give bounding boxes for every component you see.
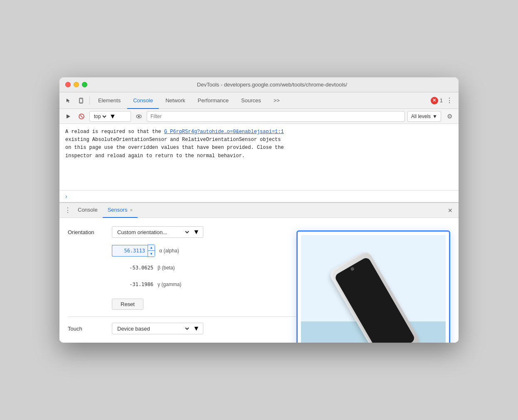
beta-value: -53.0625 [112, 262, 153, 274]
gamma-label: γ (gamma) [158, 282, 181, 287]
touch-label: Touch [68, 326, 105, 332]
titlebar: DevTools - developers.google.com/web/too… [59, 77, 459, 92]
touch-dropdown-wrapper[interactable]: Device based ▼ [112, 323, 203, 334]
bottom-tab-sensors[interactable]: Sensors × [103, 203, 138, 218]
console-toolbar: top ▼ All levels ▼ ⚙ [59, 109, 459, 124]
mobile-icon[interactable] [75, 95, 87, 106]
tab-performance[interactable]: Performance [192, 92, 234, 109]
traffic-lights [65, 82, 87, 87]
filter-input[interactable] [147, 111, 405, 122]
svg-marker-3 [67, 114, 70, 119]
toolbar-divider-1 [89, 96, 90, 105]
svg-line-5 [80, 115, 83, 118]
bottom-panel: ⋮ Console Sensors × ✕ Orientation Custom… [59, 202, 459, 343]
orientation-visualizer [296, 230, 450, 343]
close-panel-button[interactable]: ✕ [445, 205, 455, 215]
touch-select[interactable]: Device based [116, 325, 190, 332]
console-message-line2: existing AbsoluteOrientationSensor and R… [65, 137, 281, 143]
alpha-input-group[interactable]: ▲ ▼ [112, 245, 155, 257]
orientation-label: Orientation [68, 229, 105, 235]
svg-point-7 [138, 116, 140, 117]
alpha-input[interactable] [112, 245, 148, 257]
console-message-line3: on this page use the overridden values t… [65, 145, 284, 151]
phone-viz-background [301, 235, 446, 343]
context-select[interactable]: top [92, 113, 108, 120]
bottom-panel-menu-icon[interactable]: ⋮ [63, 205, 73, 215]
tab-elements[interactable]: Elements [92, 92, 126, 109]
orientation-dropdown-wrapper[interactable]: Custom orientation... ▼ [112, 226, 203, 238]
context-selector[interactable]: top ▼ [89, 111, 131, 122]
run-button[interactable] [63, 111, 74, 122]
close-button[interactable] [65, 82, 71, 87]
eye-button[interactable] [133, 111, 144, 122]
window-title: DevTools - developers.google.com/web/too… [91, 82, 453, 88]
error-badge: ✕ 1 [431, 97, 443, 104]
tab-more[interactable]: >> [268, 92, 286, 109]
tab-sources[interactable]: Sources [235, 92, 267, 109]
bottom-tabs-bar: ⋮ Console Sensors × ✕ [59, 203, 459, 218]
svg-point-2 [81, 102, 81, 103]
levels-dropdown[interactable]: All levels ▼ [407, 111, 441, 122]
sensors-tab-close[interactable]: × [130, 208, 132, 212]
maximize-button[interactable] [82, 82, 87, 87]
cursor-icon[interactable] [63, 95, 74, 106]
console-output: A reload is required so that the G_P6rpR… [59, 124, 459, 190]
reset-button[interactable]: Reset [112, 299, 143, 310]
alpha-stepper[interactable]: ▲ ▼ [148, 245, 155, 257]
sensors-content: Orientation Custom orientation... ▼ ▲ ▼ [59, 218, 459, 343]
devtools-window: DevTools - developers.google.com/web/too… [59, 77, 459, 343]
tab-network[interactable]: Network [160, 92, 191, 109]
settings-icon[interactable]: ⚙ [444, 111, 455, 122]
console-prompt[interactable]: › [59, 190, 459, 202]
alpha-decrement[interactable]: ▼ [148, 251, 155, 257]
alpha-increment[interactable]: ▲ [148, 245, 155, 251]
bottom-tab-console[interactable]: Console [73, 203, 103, 218]
console-message-line1: A reload is required so that the [65, 129, 164, 135]
minimize-button[interactable] [74, 82, 79, 87]
alpha-label: α (alpha) [159, 248, 179, 254]
beta-label: β (beta) [158, 265, 175, 271]
main-toolbar: Elements Console Network Performance Sou… [59, 92, 459, 109]
gamma-value: -31.1986 [112, 279, 153, 290]
console-message-line4: inspector and reload again to return to … [65, 153, 245, 159]
console-link[interactable]: G_P6rpRSr4g?autohide…o=0&enablejsapi=1:1 [164, 129, 284, 135]
devtools-menu-icon[interactable]: ⋮ [444, 95, 455, 106]
error-count: 1 [440, 97, 443, 104]
tab-console[interactable]: Console [127, 92, 159, 109]
error-icon: ✕ [431, 97, 438, 104]
orientation-select[interactable]: Custom orientation... [116, 229, 190, 236]
clear-button[interactable] [76, 111, 87, 122]
